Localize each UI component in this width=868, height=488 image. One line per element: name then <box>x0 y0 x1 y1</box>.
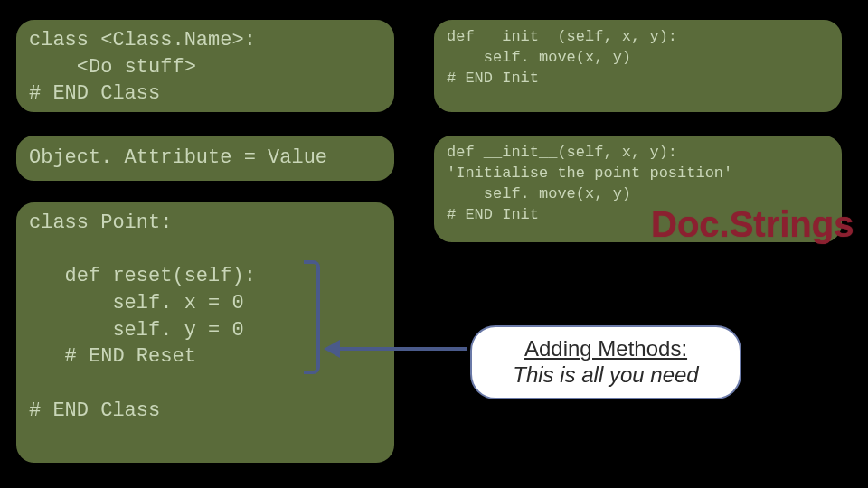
code-box-class-template: class <Class.Name>: <Do stuff> # END Cla… <box>14 18 396 114</box>
code-box-attribute: Object. Attribute = Value <box>14 134 396 183</box>
code-box-init: def __init__(self, x, y): self. move(x, … <box>432 18 844 114</box>
callout-adding-methods: Adding Methods: This is all you need <box>470 325 741 399</box>
arrow-line <box>340 347 467 351</box>
arrow-head-icon <box>324 340 340 358</box>
callout-line2: This is all you need <box>492 362 720 389</box>
docstrings-label: Doc.Strings <box>651 204 854 245</box>
code-box-point-class: class Point: def reset(self): self. x = … <box>14 201 396 465</box>
method-bracket <box>304 260 320 374</box>
callout-line1: Adding Methods: <box>492 336 720 362</box>
